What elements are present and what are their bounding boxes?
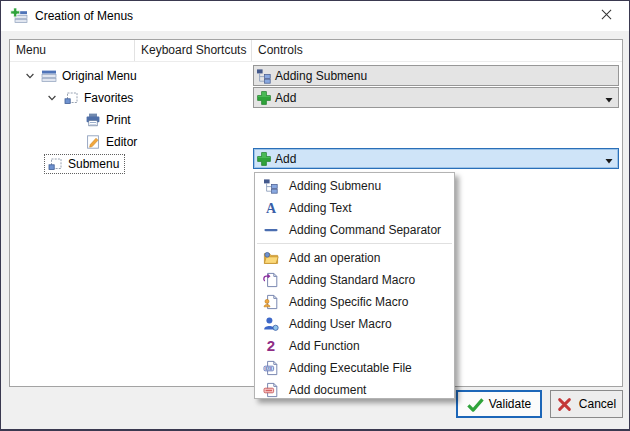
tree-item-label: Favorites bbox=[84, 91, 133, 105]
tree-item-print[interactable]: Print bbox=[10, 109, 250, 131]
menu-item-adding-submenu[interactable]: Adding Submenu bbox=[255, 175, 454, 197]
menu-item-label: Adding User Macro bbox=[289, 317, 392, 331]
operation-folder-icon bbox=[263, 250, 279, 266]
tree-item-label: Editor bbox=[106, 135, 137, 149]
menu-item-label: Add Function bbox=[289, 339, 360, 353]
tree-item-submenu[interactable]: Submenu bbox=[10, 153, 250, 175]
menu-tree: Original MenuFavoritesPrintEditorSubmenu bbox=[10, 65, 250, 175]
chevron-down-icon bbox=[605, 158, 613, 164]
tree-item-label: Original Menu bbox=[62, 69, 137, 83]
cancel-button-label: Cancel bbox=[579, 397, 616, 411]
table-header: Menu Keyboard Shortcuts Controls bbox=[10, 40, 622, 62]
chevron-down-icon[interactable] bbox=[22, 68, 38, 84]
menu-item-label: Adding Specific Macro bbox=[289, 295, 408, 309]
close-icon bbox=[601, 8, 612, 23]
menu-plus-app-icon bbox=[10, 7, 28, 25]
add-dropdown-submenu[interactable]: Add bbox=[253, 148, 619, 169]
node-box: Favorites bbox=[60, 88, 139, 108]
tree-item-original-menu[interactable]: Original Menu bbox=[10, 65, 250, 87]
tree-item-favorites[interactable]: Favorites bbox=[10, 87, 250, 109]
menu-item-add-an-operation[interactable]: Add an operation bbox=[255, 247, 454, 269]
menu-item-adding-command-separator[interactable]: Adding Command Separator bbox=[255, 219, 454, 241]
hierarchy-icon bbox=[263, 178, 279, 194]
submenu-icon bbox=[63, 90, 79, 106]
menu-item-label: Adding Submenu bbox=[289, 179, 381, 193]
executable-file-icon: EXE bbox=[263, 360, 279, 376]
menu-item-label: Adding Command Separator bbox=[289, 223, 441, 237]
menu-icon bbox=[41, 68, 57, 84]
node-box: Editor bbox=[82, 132, 143, 152]
editor-icon bbox=[85, 134, 101, 150]
add-favorites-label: Add bbox=[275, 91, 296, 105]
adding-submenu-button-label: Adding Submenu bbox=[275, 69, 367, 83]
column-header-controls[interactable]: Controls bbox=[251, 40, 622, 61]
validate-button[interactable]: Validate bbox=[456, 390, 542, 418]
x-icon bbox=[557, 397, 574, 412]
menu-item-label: Adding Text bbox=[289, 201, 352, 215]
adding-submenu-button[interactable]: Adding Submenu bbox=[253, 65, 619, 86]
document-icon bbox=[263, 382, 279, 398]
cancel-button[interactable]: Cancel bbox=[550, 390, 623, 418]
column-header-keyboard-shortcuts[interactable]: Keyboard Shortcuts bbox=[134, 40, 251, 61]
separator-line-icon bbox=[263, 222, 279, 238]
svg-text:A: A bbox=[266, 201, 277, 216]
menu-item-add-document[interactable]: Add document bbox=[255, 379, 454, 401]
specific-macro-icon bbox=[263, 294, 279, 310]
titlebar: Creation of Menus bbox=[1, 1, 629, 31]
user-macro-icon bbox=[263, 316, 279, 332]
menu-separator bbox=[257, 243, 452, 244]
tree-item-label: Print bbox=[106, 113, 131, 127]
tree-item-label: Submenu bbox=[68, 157, 119, 171]
creation-of-menus-dialog: Creation of Menus Menu Keyboard Shortcut… bbox=[0, 0, 630, 431]
menu-item-adding-standard-macro[interactable]: Adding Standard Macro bbox=[255, 269, 454, 291]
menu-item-adding-specific-macro[interactable]: Adding Specific Macro bbox=[255, 291, 454, 313]
menu-item-adding-user-macro[interactable]: Adding User Macro bbox=[255, 313, 454, 335]
column-header-menu[interactable]: Menu bbox=[10, 40, 134, 61]
node-box: Print bbox=[82, 110, 137, 130]
tree-item-editor[interactable]: Editor bbox=[10, 131, 250, 153]
menu-item-label: Add an operation bbox=[289, 251, 380, 265]
plus-icon bbox=[256, 151, 272, 167]
close-button[interactable] bbox=[584, 1, 629, 30]
check-icon bbox=[467, 397, 484, 412]
menu-item-adding-text[interactable]: AAdding Text bbox=[255, 197, 454, 219]
add-menu-popup: Adding SubmenuAAdding TextAdding Command… bbox=[254, 172, 455, 399]
printer-icon bbox=[85, 112, 101, 128]
node-box: Original Menu bbox=[38, 66, 143, 86]
standard-macro-icon bbox=[263, 272, 279, 288]
text-icon: A bbox=[263, 200, 279, 216]
menu-item-label: Adding Executable File bbox=[289, 361, 412, 375]
svg-text:2: 2 bbox=[267, 338, 275, 354]
chevron-down-icon bbox=[605, 97, 613, 103]
menu-item-add-function[interactable]: 2Add Function bbox=[255, 335, 454, 357]
svg-text:EXE: EXE bbox=[265, 367, 273, 371]
add-submenu-label: Add bbox=[275, 152, 296, 166]
hierarchy-icon bbox=[256, 68, 272, 84]
menu-item-adding-executable-file[interactable]: EXEAdding Executable File bbox=[255, 357, 454, 379]
menu-item-label: Add document bbox=[289, 383, 366, 397]
menu-item-label: Adding Standard Macro bbox=[289, 273, 415, 287]
plus-icon bbox=[256, 90, 272, 106]
selected-node-box: Submenu bbox=[44, 154, 125, 174]
function-icon: 2 bbox=[263, 338, 279, 354]
chevron-down-icon[interactable] bbox=[44, 90, 60, 106]
submenu-icon bbox=[47, 156, 63, 172]
add-dropdown-favorites[interactable]: Add bbox=[253, 87, 619, 108]
window-title: Creation of Menus bbox=[35, 9, 133, 23]
validate-button-label: Validate bbox=[489, 397, 531, 411]
